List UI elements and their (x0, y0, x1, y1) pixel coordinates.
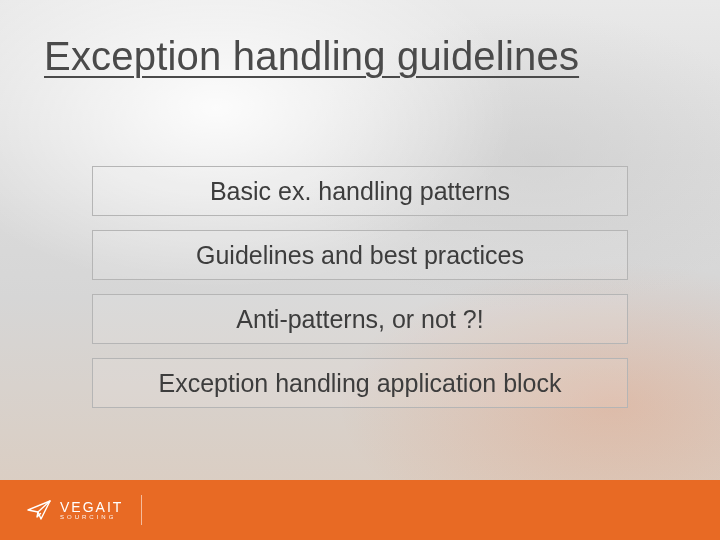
list-item-label: Basic ex. handling patterns (210, 177, 510, 206)
list-item: Exception handling application block (92, 358, 628, 408)
list-item-label: Guidelines and best practices (196, 241, 524, 270)
item-list: Basic ex. handling patterns Guidelines a… (92, 166, 628, 408)
paper-plane-icon (26, 497, 52, 523)
list-item: Anti-patterns, or not ?! (92, 294, 628, 344)
list-item: Guidelines and best practices (92, 230, 628, 280)
slide: Exception handling guidelines Basic ex. … (0, 0, 720, 540)
brand-text: VEGAIT SOURCING (60, 500, 123, 521)
list-item-label: Exception handling application block (158, 369, 561, 398)
brand-subtext: SOURCING (60, 514, 123, 520)
brand-logo: VEGAIT SOURCING (26, 497, 123, 523)
footer-bar: VEGAIT SOURCING (0, 480, 720, 540)
list-item: Basic ex. handling patterns (92, 166, 628, 216)
brand-name: VEGAIT (60, 499, 123, 515)
page-title: Exception handling guidelines (44, 34, 579, 79)
list-item-label: Anti-patterns, or not ?! (236, 305, 483, 334)
footer-divider (141, 495, 142, 525)
